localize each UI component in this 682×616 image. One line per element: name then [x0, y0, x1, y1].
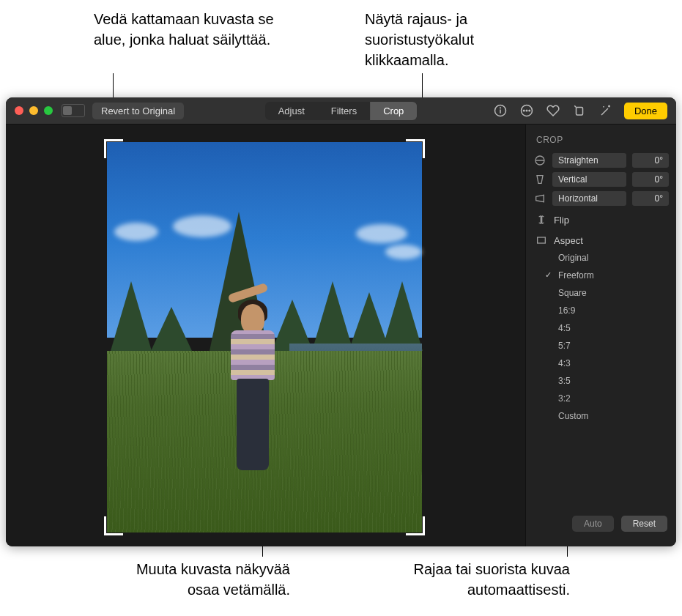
edit-mode-tabs: Adjust Filters Crop [265, 102, 418, 120]
aspect-list: Original Freeform Square 16:9 4:5 5:7 4:… [526, 249, 676, 425]
svg-point-4 [523, 110, 525, 111]
straighten-label: Straighten [552, 153, 626, 168]
callout-text: automaattisesti. [467, 582, 570, 598]
vertical-label: Vertical [552, 172, 626, 187]
horizontal-label: Horizontal [552, 191, 626, 206]
svg-point-6 [529, 110, 530, 111]
minimize-window-button[interactable] [29, 106, 38, 115]
tab-adjust[interactable]: Adjust [265, 102, 318, 120]
tab-crop[interactable]: Crop [370, 102, 417, 120]
sidebar-toggle-button[interactable] [62, 104, 85, 117]
crop-sidebar: CROP Straighten 0° Vertical 0° Horizo [525, 125, 676, 546]
aspect-header: Aspect [526, 229, 676, 249]
straighten-row[interactable]: Straighten 0° [526, 151, 676, 170]
aspect-label: Aspect [554, 235, 583, 246]
toolbar-right-tools: Done [492, 103, 667, 119]
crop-handle-tr[interactable] [406, 139, 425, 158]
crop-handle-bl[interactable] [104, 516, 123, 535]
sidebar-title: CROP [526, 132, 676, 151]
straighten-value[interactable]: 0° [632, 153, 669, 168]
favorite-icon[interactable] [545, 103, 561, 119]
callout-text: Muuta kuvasta näkyvää [136, 561, 290, 577]
crop-frame[interactable] [107, 142, 422, 532]
straighten-icon [533, 155, 546, 166]
aspect-freeform[interactable]: Freeform [558, 267, 676, 284]
zoom-window-button[interactable] [44, 106, 53, 115]
app-body: CROP Straighten 0° Vertical 0° Horizo [6, 125, 676, 546]
svg-rect-7 [576, 108, 582, 116]
vertical-row[interactable]: Vertical 0° [526, 170, 676, 189]
tab-filters[interactable]: Filters [318, 102, 370, 120]
close-window-button[interactable] [15, 106, 23, 115]
vertical-value[interactable]: 0° [632, 172, 669, 187]
vertical-perspective-icon [533, 174, 546, 185]
horizontal-value[interactable]: 0° [632, 191, 669, 206]
more-icon[interactable] [519, 103, 535, 119]
reset-button[interactable]: Reset [621, 516, 667, 532]
callout-text: Rajaa tai suorista kuvaa [414, 561, 570, 577]
window-controls [15, 106, 53, 115]
done-button[interactable]: Done [624, 103, 667, 119]
aspect-16-9[interactable]: 16:9 [558, 302, 676, 319]
titlebar: Revert to Original Adjust Filters Crop D… [6, 97, 676, 125]
aspect-square[interactable]: Square [558, 284, 676, 302]
aspect-custom[interactable]: Custom [558, 407, 676, 425]
photo-subject [220, 292, 286, 483]
aspect-4-3[interactable]: 4:3 [558, 355, 676, 372]
flip-label: Flip [554, 215, 569, 226]
crop-handle-tl[interactable] [104, 139, 123, 158]
canvas-area[interactable] [6, 125, 525, 546]
auto-button[interactable]: Auto [572, 516, 614, 532]
auto-enhance-icon[interactable] [598, 103, 614, 119]
flip-button[interactable]: Flip [526, 208, 676, 229]
aspect-3-5[interactable]: 3:5 [558, 372, 676, 390]
callout-top-left: Vedä kattamaan kuvasta se alue, jonka ha… [94, 9, 284, 50]
photo-preview[interactable] [107, 142, 422, 532]
callout-top-right: Näytä rajaus- ja suoristustyökalut klikk… [365, 9, 555, 70]
callout-bottom-right: Rajaa tai suorista kuvaa automaattisesti… [365, 559, 570, 600]
horizontal-row[interactable]: Horizontal 0° [526, 189, 676, 208]
aspect-5-7[interactable]: 5:7 [558, 337, 676, 355]
flip-icon [535, 214, 548, 226]
callout-bottom-left: Muuta kuvasta näkyvää osaa vetämällä. [100, 559, 290, 600]
aspect-icon [535, 234, 548, 246]
horizontal-perspective-icon [533, 193, 546, 204]
photos-edit-window: Revert to Original Adjust Filters Crop D… [6, 97, 676, 546]
rotate-icon[interactable] [571, 103, 588, 119]
callout-text: osaa vetämällä. [188, 582, 290, 598]
crop-handle-br[interactable] [406, 516, 425, 535]
aspect-original[interactable]: Original [558, 249, 676, 267]
info-icon[interactable] [492, 103, 508, 119]
svg-point-2 [500, 108, 501, 108]
aspect-4-5[interactable]: 4:5 [558, 319, 676, 337]
aspect-3-2[interactable]: 3:2 [558, 390, 676, 407]
svg-rect-10 [538, 237, 546, 243]
sidebar-footer: Auto Reset [526, 508, 676, 539]
svg-point-5 [526, 110, 527, 111]
revert-to-original-button[interactable]: Revert to Original [92, 103, 184, 119]
